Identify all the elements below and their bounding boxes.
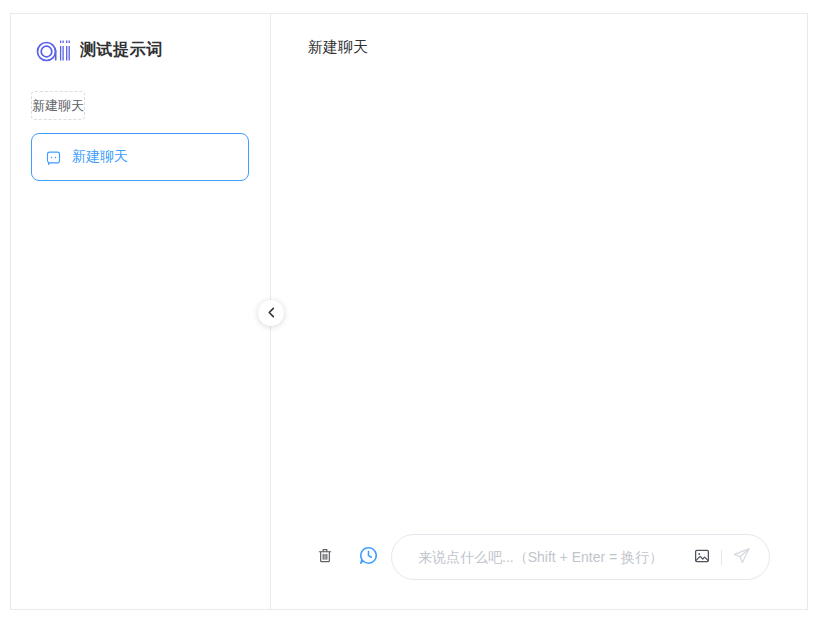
new-chat-button-label: 新建聊天 — [32, 97, 84, 115]
session-item-label: 新建聊天 — [72, 148, 128, 166]
message-input[interactable] — [418, 549, 683, 565]
clear-chat-button[interactable] — [316, 546, 334, 568]
sidebar: 测试提示词 新建聊天 新建聊天 — [11, 14, 271, 609]
history-button[interactable] — [358, 545, 379, 569]
session-item-active[interactable]: 新建聊天 — [31, 133, 249, 181]
chat-header-title: 新建聊天 — [271, 14, 807, 57]
upload-image-button[interactable] — [693, 547, 711, 568]
aii-logo-icon — [36, 36, 70, 64]
trash-icon — [316, 546, 334, 568]
message-input-box — [391, 534, 770, 580]
input-actions — [693, 546, 751, 568]
new-chat-button[interactable]: 新建聊天 — [31, 91, 85, 120]
sidebar-collapse-button[interactable] — [258, 300, 284, 326]
app-title: 测试提示词 — [80, 40, 163, 61]
app-window: 测试提示词 新建聊天 新建聊天 新建聊天 — [10, 13, 808, 610]
composer-divider — [721, 550, 722, 565]
chat-bubble-icon — [45, 149, 62, 166]
send-button[interactable] — [732, 546, 751, 568]
image-icon — [693, 547, 711, 568]
logo-row: 测试提示词 — [36, 36, 270, 64]
clock-bubble-icon — [358, 545, 379, 569]
chat-main: 新建聊天 — [271, 14, 807, 609]
send-plane-icon — [732, 546, 751, 568]
composer — [271, 534, 807, 580]
chevron-left-icon — [266, 304, 277, 322]
